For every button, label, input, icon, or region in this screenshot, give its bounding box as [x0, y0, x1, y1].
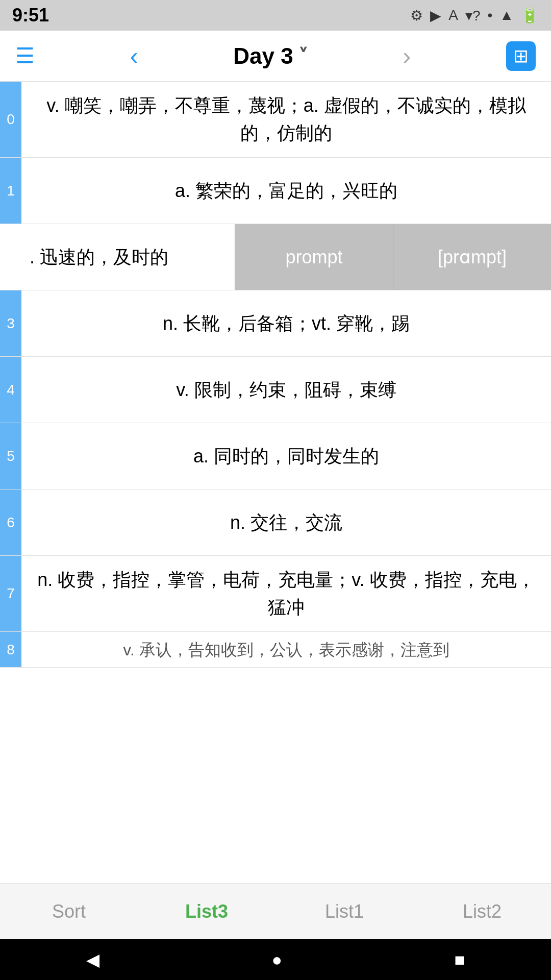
- row-content-1: a. 繁荣的，富足的，兴旺的: [21, 167, 551, 215]
- wifi-icon: ▾?: [465, 7, 481, 24]
- row-content-7: n. 收费，指控，掌管，电荷，充电量；v. 收费，指控，充电，猛冲: [21, 556, 551, 631]
- popup-word: prompt: [285, 247, 342, 268]
- settings-icon: ⚙: [410, 7, 423, 24]
- list-view-icon[interactable]: ⊞: [506, 41, 536, 71]
- row-index-5: 5: [0, 423, 21, 489]
- android-nav-bar: ◀ ● ■: [0, 939, 551, 980]
- play-icon: ▶: [430, 7, 441, 24]
- status-time: 9:51: [12, 5, 49, 26]
- menu-icon[interactable]: ☰: [15, 43, 35, 68]
- vocab-row-7[interactable]: 7 n. 收费，指控，掌管，电荷，充电量；v. 收费，指控，充电，猛冲: [0, 556, 551, 632]
- vocab-popup[interactable]: prompt [prɑmpt]: [235, 224, 551, 290]
- forward-button[interactable]: ›: [403, 42, 411, 70]
- row-content-8-partial: v. 承认，告知收到，公认，表示感谢，注意到: [21, 632, 551, 668]
- popup-phonetic-cell[interactable]: [prɑmpt]: [393, 224, 551, 290]
- android-back-button[interactable]: ◀: [86, 949, 99, 970]
- row-index-4: 4: [0, 357, 21, 423]
- tab-list3[interactable]: List3: [138, 884, 276, 939]
- nav-bar: ☰ ‹ Day 3 ˅ › ⊞: [0, 31, 551, 82]
- row-index-7: 7: [0, 556, 21, 631]
- vocab-row-0[interactable]: 0 v. 嘲笑，嘲弄，不尊重，蔑视；a. 虚假的，不诚实的，模拟的，仿制的: [0, 82, 551, 158]
- font-icon: A: [448, 7, 458, 23]
- battery-icon: 🔋: [521, 7, 539, 24]
- tab-sort-label: Sort: [52, 901, 86, 922]
- row-content-0: v. 嘲笑，嘲弄，不尊重，蔑视；a. 虚假的，不诚实的，模拟的，仿制的: [21, 82, 551, 157]
- back-button[interactable]: ‹: [130, 42, 138, 70]
- status-icons: ⚙ ▶ A ▾? • ▲ 🔋: [410, 7, 539, 24]
- vocab-list: 0 v. 嘲笑，嘲弄，不尊重，蔑视；a. 虚假的，不诚实的，模拟的，仿制的 1 …: [0, 82, 551, 883]
- popup-phonetic: [prɑmpt]: [438, 247, 507, 268]
- dropdown-icon[interactable]: ˅: [298, 45, 308, 67]
- popup-word-cell[interactable]: prompt: [235, 224, 393, 290]
- title-area[interactable]: Day 3 ˅: [233, 43, 307, 69]
- row-content-6: n. 交往，交流: [21, 499, 551, 547]
- dot-icon: •: [487, 7, 492, 23]
- row-content-5: a. 同时的，同时发生的: [21, 432, 551, 480]
- tab-list1-label: List1: [325, 901, 364, 922]
- row-index-1: 1: [0, 158, 21, 224]
- tab-list1[interactable]: List1: [276, 884, 413, 939]
- row-index-2-empty: [0, 224, 21, 290]
- vocab-row-5[interactable]: 5 a. 同时的，同时发生的: [0, 423, 551, 489]
- android-home-button[interactable]: ●: [271, 950, 282, 970]
- vocab-row-8-partial[interactable]: 8 v. 承认，告知收到，公认，表示感谢，注意到: [0, 632, 551, 668]
- signal-icon: ▲: [499, 7, 514, 23]
- row-index-0: 0: [0, 82, 21, 157]
- tab-sort[interactable]: Sort: [0, 884, 138, 939]
- row-index-8: 8: [0, 632, 21, 668]
- row-index-6: 6: [0, 489, 21, 555]
- vocab-row-2[interactable]: . 迅速的，及时的 prompt [prɑmpt]: [0, 224, 551, 290]
- tab-list2-label: List2: [463, 901, 502, 922]
- vocab-row-3[interactable]: 3 n. 长靴，后备箱；vt. 穿靴，踢: [0, 290, 551, 357]
- row-content-3: n. 长靴，后备箱；vt. 穿靴，踢: [21, 300, 551, 348]
- vocab-row-6[interactable]: 6 n. 交往，交流: [0, 489, 551, 556]
- vocab-row-1[interactable]: 1 a. 繁荣的，富足的，兴旺的: [0, 158, 551, 224]
- page-title: Day 3: [233, 43, 293, 69]
- tab-bar: Sort List3 List1 List2: [0, 883, 551, 939]
- status-bar: 9:51 ⚙ ▶ A ▾? • ▲ 🔋: [0, 0, 551, 31]
- row-content-2-partial: . 迅速的，及时的: [21, 233, 177, 281]
- tab-list2[interactable]: List2: [413, 884, 551, 939]
- tab-list3-label: List3: [185, 901, 228, 922]
- row-index-3: 3: [0, 290, 21, 356]
- android-recent-button[interactable]: ■: [455, 950, 465, 970]
- row-content-4: v. 限制，约束，阻碍，束缚: [21, 366, 551, 414]
- vocab-row-4[interactable]: 4 v. 限制，约束，阻碍，束缚: [0, 357, 551, 423]
